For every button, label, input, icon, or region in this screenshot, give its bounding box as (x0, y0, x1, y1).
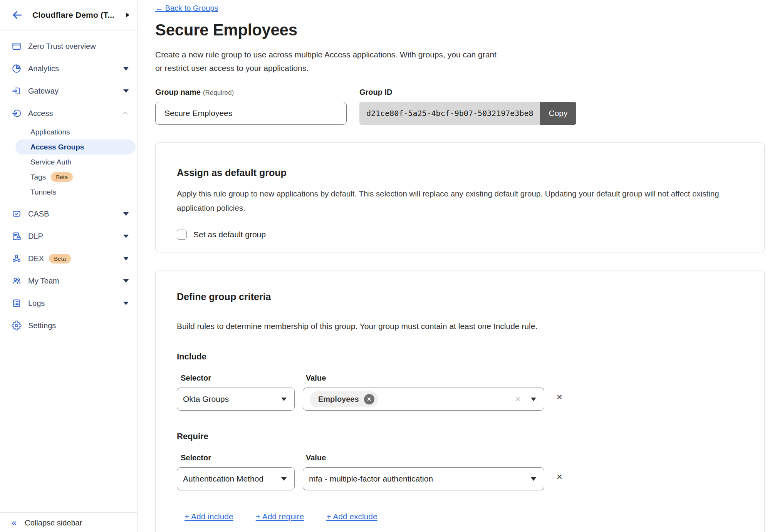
group-name-label: Group name(Required) (155, 88, 359, 97)
main-content: ← Back to Groups Secure Employees Create… (138, 0, 770, 532)
assign-default-group-card: Assign as default group Apply this rule … (155, 142, 765, 252)
chevron-up-icon (122, 111, 128, 117)
group-id-label: Group ID (359, 88, 393, 97)
beta-badge: Beta (49, 254, 71, 263)
group-name-input[interactable] (155, 102, 347, 125)
sidebar-item-label: Zero Trust overview (28, 42, 96, 51)
add-include-link[interactable]: + Add include (185, 512, 233, 521)
sidebar-item-applications[interactable]: Applications (0, 124, 137, 139)
sidebar-item-logs[interactable]: Logs (0, 292, 137, 314)
sidebar-item-service-auth[interactable]: Service Auth (0, 154, 137, 170)
chevron-down-icon (123, 67, 129, 70)
add-exclude-link[interactable]: + Add exclude (326, 512, 377, 521)
beta-badge: Beta (51, 172, 73, 182)
sidebar-item-label: My Team (28, 277, 59, 285)
sidebar-item-label: Tunnels (30, 188, 56, 196)
sidebar-item-access[interactable]: Access (0, 102, 137, 124)
sidebar: Cloudflare Demo (T... Zero Trust overvie… (0, 0, 138, 532)
define-group-criteria-card: Define group criteria Build rules to det… (155, 270, 765, 532)
back-to-groups-link[interactable]: ← Back to Groups (155, 4, 218, 13)
sidebar-item-label: Access (28, 109, 53, 118)
copy-button[interactable]: Copy (540, 102, 576, 125)
sidebar-item-my-team[interactable]: My Team (0, 270, 137, 292)
include-selector-value: Okta Groups (183, 394, 229, 404)
sidebar-item-tunnels[interactable]: Tunnels (0, 185, 137, 200)
dex-icon (12, 253, 22, 263)
chevron-down-icon (281, 398, 287, 401)
sidebar-item-tags[interactable]: TagsBeta (0, 170, 137, 185)
overview-window-icon (12, 41, 22, 51)
value-label: Value (303, 453, 326, 462)
required-hint: (Required) (203, 89, 234, 96)
sidebar-item-label: Tags (30, 173, 46, 181)
sidebar-item-label: DEX (28, 254, 44, 263)
value-tag-label: Employees (318, 395, 359, 404)
sidebar-item-label: Gateway (28, 87, 59, 96)
chevron-down-icon (281, 477, 287, 481)
set-default-group-label: Set as default group (193, 230, 266, 239)
sidebar-item-dlp[interactable]: DLP (0, 225, 137, 247)
remove-include-rule-button[interactable]: ✕ (556, 393, 563, 411)
require-selector-dropdown[interactable]: Authentication Method (177, 467, 295, 490)
include-labels: Selector Value (177, 374, 743, 383)
sidebar-item-label: Service Auth (30, 158, 72, 166)
require-selector-value: Authentication Method (183, 474, 263, 483)
selector-label: Selector (177, 374, 303, 383)
back-arrow-icon[interactable] (12, 9, 23, 21)
sidebar-item-label: Applications (30, 128, 70, 136)
sidebar-item-label: Analytics (28, 64, 59, 73)
require-value-dropdown[interactable]: mfa - multiple-factor authentication (303, 467, 544, 490)
sidebar-footer: « Collapse sidebar (0, 512, 137, 532)
card-title: Assign as default group (177, 167, 743, 178)
include-rule-row: Okta Groups Employees ✕ ✕ ✕ (177, 388, 743, 411)
remove-tag-icon[interactable]: ✕ (364, 394, 374, 404)
sidebar-item-label: CASB (28, 210, 49, 218)
selector-label: Selector (177, 453, 303, 462)
logs-icon (12, 298, 22, 308)
require-labels: Selector Value (177, 453, 743, 462)
card-description: Apply this rule group to new application… (177, 186, 743, 215)
value-label: Value (303, 374, 326, 383)
page-description: Create a new rule group to use across mu… (155, 48, 765, 75)
zero-trust-dashboard: Cloudflare Demo (T... Zero Trust overvie… (0, 0, 770, 532)
sidebar-item-label: Logs (28, 299, 45, 308)
remove-require-rule-button[interactable]: ✕ (556, 472, 563, 490)
sidebar-item-analytics[interactable]: Analytics (0, 57, 137, 80)
sidebar-item-settings[interactable]: Settings (0, 314, 137, 337)
set-default-group-checkbox[interactable] (177, 230, 187, 240)
account-title: Cloudflare Demo (T... (32, 10, 114, 20)
sidebar-item-access-groups[interactable]: Access Groups (15, 139, 136, 154)
sidebar-item-dex[interactable]: DEXBeta (0, 247, 137, 270)
add-rule-links: + Add include + Add require + Add exclud… (177, 512, 743, 521)
form-labels-row: Group name(Required) Group ID (155, 88, 765, 97)
chevron-down-icon (531, 398, 536, 401)
include-value-multiselect[interactable]: Employees ✕ ✕ (303, 388, 544, 411)
card-title: Define group criteria (177, 291, 743, 302)
collapse-sidebar-icon[interactable]: « (12, 519, 17, 527)
chevron-down-icon (123, 89, 129, 93)
chevron-right-icon[interactable] (126, 13, 129, 17)
sidebar-item-casb[interactable]: CASB (0, 203, 137, 225)
sidebar-item-label: Access Groups (30, 143, 84, 151)
casb-icon (12, 209, 22, 219)
analytics-pie-icon (12, 64, 22, 74)
sidebar-item-zero-trust-overview[interactable]: Zero Trust overview (0, 35, 137, 57)
set-default-group-row: Set as default group (177, 230, 743, 240)
chevron-down-icon (123, 302, 129, 305)
card-description: Build rules to determine membership of t… (177, 322, 743, 331)
chevron-down-icon (123, 212, 129, 216)
require-rule-row: Authentication Method mfa - multiple-fac… (177, 467, 743, 490)
page-title: Secure Employees (155, 21, 765, 39)
chevron-down-icon (531, 477, 536, 481)
sidebar-item-label: Settings (28, 321, 56, 330)
page-description-line1: Create a new rule group to use across mu… (155, 50, 497, 59)
add-require-link[interactable]: + Add require (256, 512, 304, 521)
clear-values-icon[interactable]: ✕ (515, 394, 521, 404)
collapse-sidebar-label[interactable]: Collapse sidebar (25, 519, 82, 527)
chevron-down-icon (123, 257, 129, 260)
sidebar-item-gateway[interactable]: Gateway (0, 80, 137, 102)
require-value: mfa - multiple-factor authentication (309, 474, 433, 483)
sidebar-header: Cloudflare Demo (T... (0, 0, 137, 30)
chevron-down-icon (123, 235, 129, 238)
include-selector-dropdown[interactable]: Okta Groups (177, 388, 295, 411)
